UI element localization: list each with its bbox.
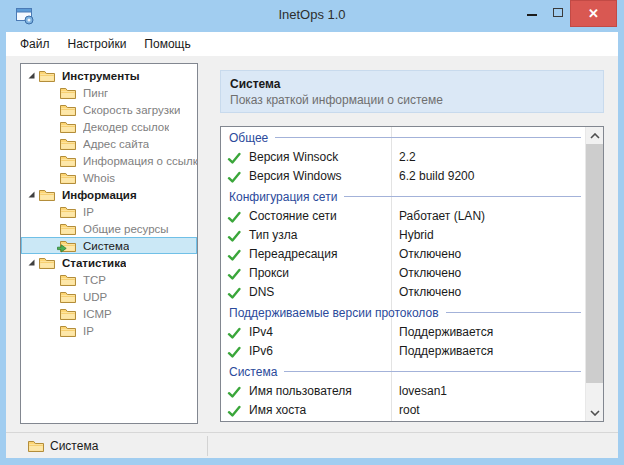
close-button[interactable]: ✕ — [570, 0, 617, 27]
menu-help[interactable]: Помощь — [135, 32, 199, 56]
info-value: Поддерживается — [399, 325, 493, 339]
tree-item-14[interactable]: ICMP — [21, 305, 197, 322]
minimize-button[interactable] — [518, 0, 545, 26]
tree-item-label: Инструменты — [62, 70, 140, 82]
section-header-0: Общее — [221, 127, 585, 148]
check-icon — [227, 170, 241, 183]
vertical-scrollbar[interactable] — [585, 127, 603, 421]
tree-item-8[interactable]: IP — [21, 203, 197, 220]
maximize-button[interactable] — [546, 0, 571, 26]
expander-icon[interactable] — [25, 71, 37, 80]
tree-item-label: ICMP — [83, 308, 112, 320]
check-icon — [227, 326, 241, 339]
scroll-down-button[interactable] — [586, 404, 603, 421]
tree-item-10[interactable]: Система — [21, 237, 197, 254]
tree-item-15[interactable]: IP — [21, 322, 197, 339]
menu-file[interactable]: Файл — [11, 32, 59, 56]
scroll-up-button[interactable] — [586, 127, 603, 144]
tree-item-label: IP — [83, 325, 94, 337]
folder-icon — [60, 307, 76, 320]
tree-item-label: Адрес сайта — [83, 138, 149, 150]
info-name: Прокси — [249, 266, 289, 280]
section-rule — [284, 371, 581, 372]
check-icon — [227, 286, 241, 299]
tree-item-2[interactable]: Скорость загрузки — [21, 101, 197, 118]
page-title: Система — [230, 76, 603, 92]
info-row: ПереадресацияОтключено — [221, 245, 585, 264]
menubar: Файл Настройки Помощь — [6, 32, 618, 56]
check-icon — [227, 345, 241, 358]
tree-item-4[interactable]: Адрес сайта — [21, 135, 197, 152]
expander-icon[interactable] — [25, 190, 37, 199]
tree-item-13[interactable]: UDP — [21, 288, 197, 305]
info-row: Имя пользователяlovesan1 — [221, 382, 585, 401]
section-rule — [275, 137, 581, 138]
info-value: lovesan1 — [399, 384, 447, 398]
section-title: Система — [229, 365, 277, 379]
chevron-down-icon — [590, 410, 600, 416]
section-title: Общее — [229, 131, 268, 145]
tree-item-12[interactable]: TCP — [21, 271, 197, 288]
status-folder-icon — [28, 439, 44, 452]
page-subtitle: Показ краткой информации о системе — [230, 92, 603, 108]
check-icon — [227, 248, 241, 261]
info-name: IPv6 — [249, 344, 273, 358]
info-row: ПроксиОтключено — [221, 264, 585, 283]
section-header-3: Система — [221, 361, 585, 382]
scrollbar-thumb[interactable] — [586, 144, 603, 383]
info-value: Отключено — [399, 266, 461, 280]
tree-item-0[interactable]: Инструменты — [21, 67, 197, 84]
tree-item-1[interactable]: Пинг — [21, 84, 197, 101]
tree-item-label: Статистика — [62, 257, 126, 269]
navigation-tree: ИнструментыПингСкорость загрузкиДекодер … — [20, 63, 198, 424]
info-value: Работает (LAN) — [399, 209, 485, 223]
info-value: 6.2 build 9200 — [399, 169, 474, 183]
info-row: IPv6Поддерживается — [221, 342, 585, 361]
tree-item-5[interactable]: Информация о ссылке — [21, 152, 197, 169]
info-name: Имя хоста — [249, 403, 306, 417]
info-name: Версия Winsock — [249, 150, 338, 164]
section-header-2: Поддерживаемые версии протоколов — [221, 302, 585, 323]
titlebar[interactable]: InetOps 1.0 ✕ — [0, 0, 624, 32]
app-window: InetOps 1.0 ✕ Файл Настройки Помощь Инст… — [0, 0, 624, 465]
section-rule — [446, 312, 581, 313]
tree-item-label: Пинг — [83, 87, 108, 99]
info-value: Поддерживается — [399, 344, 493, 358]
statusbar-separator — [207, 436, 208, 456]
check-icon — [227, 151, 241, 164]
section-title: Конфигурация сети — [229, 190, 337, 204]
info-name: Состояние сети — [249, 209, 337, 223]
folder-icon — [60, 273, 76, 286]
info-value: root — [399, 403, 420, 417]
check-icon — [227, 210, 241, 223]
info-name: Версия Windows — [249, 169, 342, 183]
folder-icon — [60, 103, 76, 116]
folder-icon — [60, 222, 76, 235]
folder-icon — [60, 137, 76, 150]
tree-item-3[interactable]: Декодер ссылок — [21, 118, 197, 135]
tree-item-7[interactable]: Информация — [21, 186, 197, 203]
tree-item-label: TCP — [83, 274, 106, 286]
system-info-list: ОбщееВерсия Winsock2.2Версия Windows6.2 … — [221, 127, 585, 421]
info-row: Версия Windows6.2 build 9200 — [221, 167, 585, 186]
folder-icon — [39, 69, 55, 82]
system-info-panel: ОбщееВерсия Winsock2.2Версия Windows6.2 … — [220, 126, 604, 422]
tree-item-label: Информация о ссылке — [83, 155, 197, 167]
chevron-up-icon — [590, 133, 600, 139]
tree-item-label: Система — [83, 240, 129, 252]
menu-settings[interactable]: Настройки — [59, 32, 136, 56]
minimize-icon — [527, 14, 537, 16]
folder-go-icon — [60, 239, 76, 252]
tree-item-6[interactable]: Whois — [21, 169, 197, 186]
tree-item-label: Информация — [62, 189, 137, 201]
info-name: IPv4 — [249, 325, 273, 339]
info-row: Имя хостаroot — [221, 401, 585, 420]
folder-icon — [60, 120, 76, 133]
info-row: Тип узлаHybrid — [221, 226, 585, 245]
info-value: Hybrid — [399, 228, 434, 242]
tree-item-11[interactable]: Статистика — [21, 254, 197, 271]
expander-icon[interactable] — [25, 258, 37, 267]
tree-item-9[interactable]: Общие ресурсы — [21, 220, 197, 237]
folder-icon — [60, 205, 76, 218]
tree-item-label: Декодер ссылок — [83, 121, 169, 133]
